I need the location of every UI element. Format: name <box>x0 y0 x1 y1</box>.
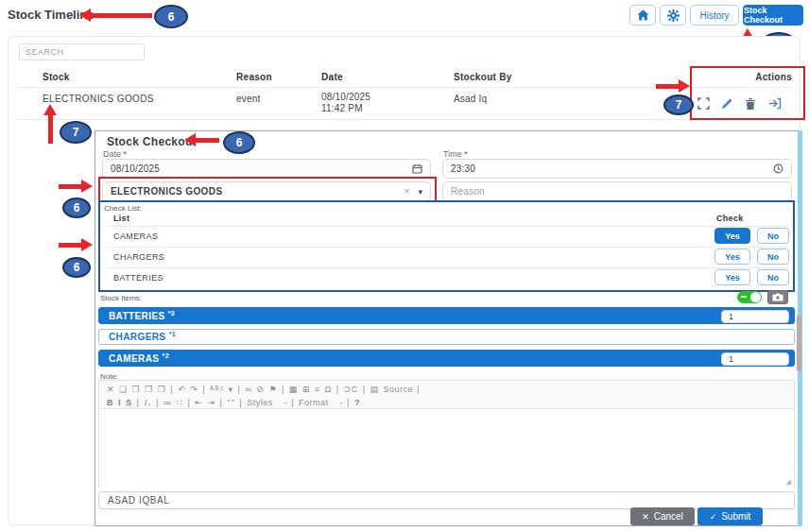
row-date-cell: 08/10/2025 <box>321 92 370 102</box>
annotation-badge-6-checklist: 6 <box>62 257 91 278</box>
stock-item-name: BATTERIES *3 <box>109 310 175 321</box>
row-stock-cell: ELECTRONICS GOODS <box>43 94 154 104</box>
cancel-button-label: Cancel <box>654 511 683 522</box>
toggle-knob <box>750 292 761 302</box>
settings-button[interactable] <box>660 5 686 26</box>
row-reason-cell: event <box>236 94 260 104</box>
date-input-field[interactable] <box>111 163 406 174</box>
annotation-arrow-select <box>81 180 93 193</box>
toolbar-separator: | <box>347 398 354 407</box>
annotation-arrow-checklist <box>81 238 93 251</box>
table-row-divider <box>17 119 792 120</box>
reason-input-field[interactable] <box>451 186 783 197</box>
column-header-stockout-by: Stockout By <box>454 72 512 82</box>
checklist-section-label: Check List: <box>104 204 142 213</box>
checklist-section: Check List: List Check CAMERAS Yes No CH… <box>98 200 795 292</box>
column-header-actions: Actions <box>718 72 792 82</box>
submit-icon: ✓ <box>710 512 717 522</box>
styles-dropdown[interactable]: Styles - <box>247 398 287 407</box>
toggle-on-dash <box>741 296 747 298</box>
checklist-item-label: CHARGERS <box>113 252 164 262</box>
checklist-check-header: Check <box>716 214 744 223</box>
delete-action-icon[interactable] <box>745 96 757 109</box>
history-button[interactable]: History <box>690 5 739 26</box>
editor-toolbar: ✕ ❏ ❐ ❐ ❐ | ↶ ↷ | ᴬᴮᶜ ▾ | ∞ ⊘ ⚑ | ▦ ⊞ ≡ … <box>99 381 794 409</box>
clear-selection-icon[interactable]: × <box>404 186 410 197</box>
checklist-divider <box>108 267 789 268</box>
stock-checkout-button[interactable]: Stock Checkout <box>743 5 803 26</box>
toolbar-separator: | <box>156 398 164 407</box>
annotation-arrow-actions <box>679 79 690 93</box>
cancel-icon: ✕ <box>642 512 649 522</box>
basic-styles-icons[interactable]: B I S <box>107 398 133 407</box>
edit-action-icon[interactable] <box>721 96 733 109</box>
checklist-yes-button[interactable]: Yes <box>714 228 750 244</box>
stock-item-bar-batteries[interactable]: BATTERIES *3 <box>98 307 795 324</box>
checklist-item-label: BATTERIES <box>113 273 164 283</box>
stock-items-toggle[interactable] <box>737 291 762 303</box>
row-stockout-by-cell: Asad Iq <box>454 94 487 104</box>
time-required-mark: * <box>464 149 468 159</box>
note-editor: ✕ ❏ ❐ ❐ ❐ | ↶ ↷ | ᴬᴮᶜ ▾ | ∞ ⊘ ⚑ | ▦ ⊞ ≡ … <box>98 380 795 488</box>
column-header-date: Date <box>321 72 343 82</box>
expand-action-icon[interactable] <box>697 96 710 109</box>
format-dropdown[interactable]: Format - <box>299 398 343 407</box>
checklist-divider <box>108 247 789 248</box>
stock-item-name: CAMERAS *2 <box>109 352 169 364</box>
stock-select[interactable]: ELECTRONICS GOODS × ▾ <box>102 181 431 201</box>
annotation-badge-6-modal-title: 6 <box>223 131 255 154</box>
checklist-yes-button[interactable]: Yes <box>714 249 750 265</box>
editor-row1-icons[interactable]: ✕ ❏ ❐ ❐ ❐ | ↶ ↷ | ᴬᴮᶜ ▾ | ∞ ⊘ ⚑ | ▦ ⊞ ≡ … <box>107 385 380 394</box>
scrollbar-thumb[interactable] <box>797 315 801 371</box>
stock-item-count: *1 <box>169 331 176 337</box>
search-input[interactable] <box>19 43 145 60</box>
stock-item-name: CHARGERS *1 <box>109 331 176 342</box>
time-label: Time * <box>443 149 468 159</box>
clock-icon[interactable] <box>773 163 783 174</box>
camera-button[interactable] <box>767 290 788 304</box>
remove-format-icon[interactable]: Iₓ <box>144 398 152 407</box>
annotation-arrow-actions-tail <box>656 84 680 89</box>
resize-handle-icon[interactable]: ◢ <box>786 478 791 486</box>
stock-item-bar-chargers[interactable]: CHARGERS *1 <box>98 329 795 345</box>
submit-button[interactable]: ✓ Submit <box>697 507 763 525</box>
stock-item-qty-input[interactable] <box>721 310 789 323</box>
date-required-mark: * <box>124 149 128 159</box>
home-button[interactable] <box>629 5 656 26</box>
annotation-arrow-checklist-tail <box>59 243 83 248</box>
home-icon <box>637 9 649 21</box>
checklist-no-button[interactable]: No <box>757 249 789 265</box>
stock-item-count: *3 <box>168 310 175 317</box>
annotation-badge-7-actions: 7 <box>663 94 694 115</box>
checklist-no-button[interactable]: No <box>757 269 789 285</box>
history-button-label: History <box>699 10 729 21</box>
date-input[interactable] <box>102 159 431 179</box>
annotation-badge-6-select: 6 <box>62 197 91 218</box>
source-button-label[interactable]: Source <box>384 385 414 394</box>
calendar-icon[interactable] <box>412 163 422 174</box>
cancel-button[interactable]: ✕ Cancel <box>630 507 695 525</box>
stock-item-bar-cameras[interactable]: CAMERAS *2 <box>98 350 795 367</box>
list-indent-quote-icons[interactable]: ≔ ∷ | ⇤ ⇥ | ”” <box>164 398 235 407</box>
annotation-arrow-title-tail <box>90 13 152 18</box>
stock-select-value: ELECTRONICS GOODS <box>111 186 404 197</box>
time-input[interactable] <box>442 159 792 179</box>
checklist-yes-button[interactable]: Yes <box>714 269 750 285</box>
note-textarea[interactable]: ◢ <box>99 409 794 488</box>
modal-title: Stock Checkout <box>107 135 197 148</box>
editor-toolbar-row2[interactable]: B I S | Iₓ | ≔ ∷ | ⇤ ⇥ | ”” | Styles - |… <box>107 396 786 409</box>
row-time-cell: 11:42 PM <box>321 103 363 113</box>
gear-icon <box>667 9 680 22</box>
annotation-arrow-modal-title-tail <box>195 138 219 143</box>
checkout-action-icon[interactable] <box>768 96 781 109</box>
signature-value: ASAD IQBAL <box>108 495 169 506</box>
time-input-field[interactable] <box>451 163 767 174</box>
stock-item-qty-input[interactable] <box>721 352 789 366</box>
chevron-down-icon[interactable]: ▾ <box>418 187 422 197</box>
editor-toolbar-row1[interactable]: ✕ ❏ ❐ ❐ ❐ | ↶ ↷ | ᴬᴮᶜ ▾ | ∞ ⊘ ⚑ | ▦ ⊞ ≡ … <box>107 383 786 396</box>
about-button[interactable]: ? <box>354 398 361 407</box>
toolbar-separator: | <box>417 385 421 394</box>
column-header-reason: Reason <box>236 72 272 82</box>
reason-input[interactable] <box>442 181 792 201</box>
checklist-no-button[interactable]: No <box>757 228 789 244</box>
